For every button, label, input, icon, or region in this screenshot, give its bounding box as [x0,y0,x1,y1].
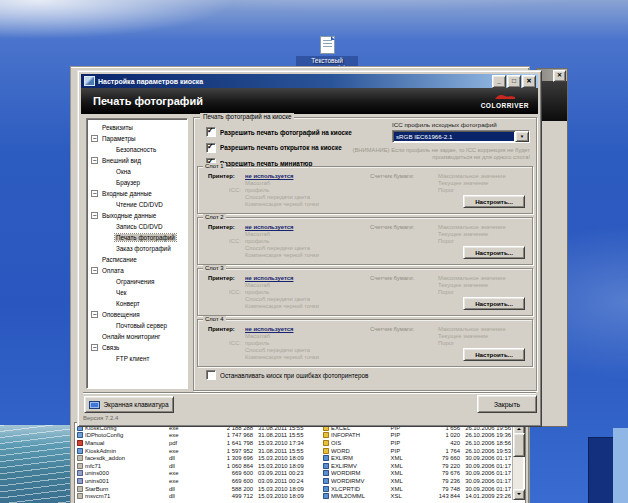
tree-item[interactable]: − Браузер [87,177,187,188]
tree-item[interactable]: − Входные данные [87,188,187,199]
tree-item[interactable]: − Окна [87,166,187,177]
file-ext: XSL [391,493,421,499]
black-point-label: Компенсация черной точки [245,201,319,207]
text-file-icon [320,36,335,54]
tree-item[interactable]: − Ограничения [87,276,187,287]
close-icon[interactable]: ✕ [522,75,536,88]
scale-label: Масштаб [245,282,270,288]
printer-value-link[interactable]: не используется [245,275,293,281]
file-name: EXLIRM [331,455,391,461]
printer-value-link[interactable]: не используется [245,224,293,230]
current-value-label: Текущее значение [438,180,488,186]
tree-item[interactable]: − Заказ фотографий [87,243,187,254]
tree-collapse-icon[interactable]: − [91,344,98,351]
tree-item[interactable]: − FTP клиент [87,353,187,364]
file-row[interactable]: XLCPRTID XML 79 748 30.09.2006 01:17 [323,485,511,493]
file-row[interactable]: Manual pdf 1 641 798 15.03.2010 17:34 [77,439,319,447]
tree-item[interactable]: − Выходные данные [87,210,187,221]
enable-checkbox-row[interactable]: ✓ Разрешить печать фотографий на киоске [206,127,352,137]
file-name: WORDIRM [331,470,391,476]
file-date: 14.01.2009 23:26 [465,493,511,499]
close-icon[interactable]: ✕ [553,70,566,82]
configure-button[interactable]: Настроить... [463,297,525,310]
tree-item[interactable]: − Внешний вид [87,155,187,166]
file-row[interactable]: WORDIRM XML 79 676 30.09.2006 01:17 [323,470,511,478]
file-row[interactable]: mfc71 dll 1 060 864 15.03.2010 18:09 [77,462,319,470]
file-size: 1 020 [420,432,465,438]
file-row[interactable]: EXLIRMV XML 79 220 30.09.2006 01:17 [323,462,511,470]
tree-collapse-icon[interactable]: − [91,190,98,197]
file-ext: XML [391,486,421,492]
title-bar[interactable]: Настройка параметров киоска _ □ ✕ [81,74,538,88]
file-row[interactable]: INFOPATH PIP 1 020 26.10.2006 19:36 [323,432,511,440]
printer-label: Принтер: [208,326,235,332]
stop-on-error-checkbox-row[interactable]: ✓ Останавливать киоск при ошибках фотопр… [206,370,368,380]
file-type-icon [77,463,83,469]
tree-item-label: FTP клиент [115,355,150,362]
file-row[interactable]: EXLIRM XML 79 660 30.09.2006 01:17 [323,454,511,462]
tree-collapse-icon[interactable]: − [91,135,98,142]
printer-value-link[interactable]: не используется [245,173,293,179]
tree-item[interactable]: − Оповещения [87,309,187,320]
tree-item[interactable]: − Печать фотографий [87,232,187,243]
tree-item[interactable]: − Реквизиты [87,122,187,133]
configure-button[interactable]: Настроить... [463,195,525,208]
tree-item[interactable]: − Связь [87,342,187,353]
tree-collapse-icon[interactable]: − [91,311,98,318]
scrollbar-thumb[interactable] [513,433,525,457]
tree-item[interactable]: − Почтовый сервер [87,320,187,331]
file-size: 1 747 968 [197,432,258,438]
file-row[interactable]: facesdk_addon dll 1 309 696 15.03.2010 1… [77,454,319,462]
file-type-icon [323,470,329,476]
checkbox[interactable]: ✓ [206,127,216,137]
file-row[interactable]: msvcm71 dll 499 712 15.03.2010 18:09 [77,492,319,500]
scroll-down-icon[interactable] [513,489,525,500]
file-row[interactable]: unins000 exe 669 600 03.09.2011 00:23 [77,470,319,478]
tree-item[interactable]: − Безопасность [87,144,187,155]
tree-item[interactable]: − Расписание [87,254,187,265]
checkbox[interactable]: ✓ [206,370,216,380]
file-row[interactable]: unins001 exe 669 600 03.09.2011 00:24 [77,477,319,485]
icc-profile-select[interactable]: sRGB IEC61966-2.1 ▼ [392,130,530,143]
configure-button[interactable]: Настроить... [463,246,525,259]
maximize-icon[interactable]: □ [507,75,521,88]
checkbox[interactable]: ✓ [206,143,216,153]
file-row[interactable]: WORD PIP 1 764 26.10.2006 19:53 [323,447,511,455]
tree-item-label: Расписание [101,256,138,263]
tree-item[interactable]: − Запись CD/DVD [87,221,187,232]
check-icon: ✓ [207,126,214,135]
tree-item-label: Оплата [101,267,125,274]
file-size: 1 597 952 [197,448,258,454]
file-type-icon [323,463,329,469]
tree-item[interactable]: − Параметры [87,133,187,144]
printer-value-link[interactable]: не используется [245,326,293,332]
file-row[interactable]: IDPhotoConfig exe 1 747 968 31.08.2011 1… [77,432,319,440]
on-screen-keyboard-button[interactable]: Экранная клавиатура [84,396,174,413]
tree-item-label: Безопасность [115,146,157,153]
file-date: 31.08.2011 15:55 [258,432,319,438]
file-list-scrollbar[interactable] [512,424,523,500]
tree-item[interactable]: − Конверт [87,298,187,309]
tree-item-label: Почтовый сервер [115,322,168,329]
tree-item[interactable]: − Чтение CD/DVD [87,199,187,210]
tree-item[interactable]: − Онлайн мониторинг [87,331,187,342]
file-ext: pdf [169,440,197,446]
close-dialog-button[interactable]: Закрыть [477,395,537,413]
file-date: 26.10.2006 19:53 [465,448,511,454]
enable-checkbox-row[interactable]: ✓ Разрешить печать открыток на киоске [206,143,352,153]
tree-item[interactable]: − Оплата [87,265,187,276]
file-row[interactable]: KioskAdmin exe 1 597 952 31.08.2011 15:5… [77,447,319,455]
tree-item[interactable]: − Чек [87,287,187,298]
file-name: StarBurn [85,486,169,492]
minimize-icon[interactable]: _ [492,75,506,88]
file-ext: exe [169,478,197,484]
tree-collapse-icon[interactable]: − [91,212,98,219]
tree-collapse-icon[interactable]: − [91,267,98,274]
configure-button[interactable]: Настроить... [463,348,525,361]
file-row[interactable]: MML2OMML XSL 143 844 14.01.2009 23:26 [323,492,511,500]
file-row[interactable]: WORDIRMV XML 79 236 30.09.2006 01:17 [323,477,511,485]
file-row[interactable]: StarBurn dll 588 200 15.03.2010 18:09 [77,485,319,493]
chevron-down-icon[interactable]: ▼ [515,131,529,142]
tree-collapse-icon[interactable]: − [91,157,98,164]
file-row[interactable]: OIS PIP 420 26.10.2006 18:56 [323,439,511,447]
